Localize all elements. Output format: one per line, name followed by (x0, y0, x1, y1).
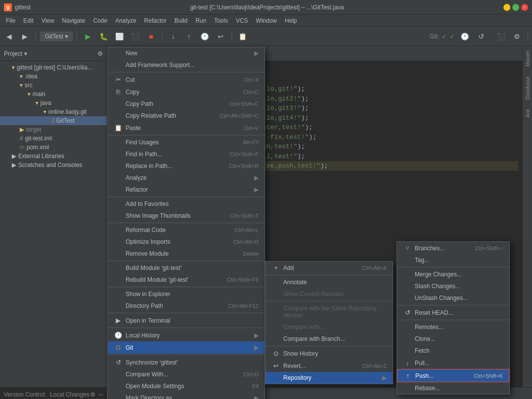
ctx-remove-module[interactable]: Remove Module Delete (108, 248, 265, 260)
ctx-paste[interactable]: 📋 Paste Ctrl+V (108, 122, 265, 134)
database-label[interactable]: Database (525, 76, 531, 100)
ctx-copy-path[interactable]: Copy Path Ctrl+Shift+C (108, 98, 265, 110)
ctx-refactor[interactable]: Refactor ▶ (108, 184, 265, 196)
toolbar-stop-btn[interactable]: ■ (144, 30, 158, 43)
ctx-repository[interactable]: Repository ▶ (266, 372, 393, 384)
ctx-optimize-imports[interactable]: Optimize Imports Ctrl+Alt+O (108, 236, 265, 248)
ctx-merge-changes[interactable]: Merge Changes... (397, 268, 509, 280)
toolbar-settings[interactable]: ⚙ (510, 30, 524, 43)
ctx-rebuild-module[interactable]: Rebuild Module 'git-test' Ctrl+Shift+F9 (108, 274, 265, 286)
ctx-mark-dir[interactable]: Mark Directory as ▶ (108, 392, 265, 399)
ctx-find-usages[interactable]: Find Usages Alt+F7 (108, 136, 265, 148)
ctx-push[interactable]: ↑ Push... Ctrl+Shift+K (397, 369, 509, 382)
menu-help[interactable]: Help (281, 16, 301, 25)
vc-settings-icon[interactable]: ⚙ (90, 391, 96, 398)
toolbar-git-push[interactable]: ↑ (182, 30, 196, 43)
tree-pom[interactable]: m pom.xml (0, 143, 107, 152)
ctx-annotate[interactable]: Annotate (266, 276, 393, 288)
tree-main[interactable]: ▾ main (0, 90, 107, 99)
ctx-compare-with[interactable]: Compare With... Ctrl+D (108, 368, 265, 380)
ctx-synchronize[interactable]: ↺ Synchronize 'gittest' (108, 356, 265, 368)
ctx-clone[interactable]: Clone... (397, 333, 509, 345)
toolbar-file-structure[interactable]: 📋 (236, 30, 250, 43)
ctx-git[interactable]: G Git ▶ (108, 341, 265, 354)
ctx-fetch[interactable]: Fetch (397, 345, 509, 357)
ctx-local-history[interactable]: 🕐 Local History ▶ (108, 329, 265, 341)
toolbar-git-rollback[interactable]: ↩ (214, 30, 228, 43)
tree-gittest[interactable]: J GitTest (0, 116, 107, 125)
ctx-add-favorites[interactable]: Add to Favorites (108, 198, 265, 210)
sidebar-gear-icon[interactable]: ⚙ (98, 50, 103, 57)
ctx-cut[interactable]: ✂ Cut Ctrl+X (108, 73, 265, 86)
maven-label[interactable]: Maven (525, 50, 531, 66)
toolbar-git-undo[interactable]: ↺ (474, 30, 488, 43)
ctx-pull[interactable]: ↓ Pull... (397, 357, 509, 369)
minimize-button[interactable]: ─ (503, 4, 510, 11)
ctx-build-module[interactable]: Build Module 'git-test' (108, 262, 265, 274)
menu-edit[interactable]: Edit (19, 16, 37, 25)
maximize-button[interactable]: □ (512, 4, 519, 11)
tree-scratches[interactable]: ▶ Scratches and Consoles (0, 161, 107, 169)
toolbar-debug-btn[interactable]: 🐛 (97, 30, 111, 43)
ctx-add-framework[interactable]: Add Framework Support... (108, 59, 265, 71)
ctx-copy-rel-path[interactable]: Copy Relative Path Ctrl+Alt+Shift+C (108, 110, 265, 122)
tree-package[interactable]: ▾ online.liaojy.git (0, 107, 107, 116)
menu-window[interactable]: Window (252, 16, 281, 25)
menu-view[interactable]: View (37, 16, 58, 25)
toolbar-coverage-btn[interactable]: ⬜ (113, 30, 127, 43)
ctx-module-settings[interactable]: Open Module Settings F4 (108, 380, 265, 392)
ctx-reset-head[interactable]: ↺ Reset HEAD... (397, 306, 509, 319)
ctx-branches[interactable]: ⑂ Branches... Ctrl+Shift+↑ (397, 242, 509, 254)
tree-target[interactable]: ▶ target (0, 125, 107, 134)
toolbar-profile-btn[interactable]: ⬛ (129, 30, 142, 43)
menu-navigate[interactable]: Navigate (58, 16, 89, 25)
tree-java[interactable]: ▾ java (0, 99, 107, 107)
ctx-unstash[interactable]: UnStash Changes... (397, 292, 509, 304)
git-branch-selector[interactable]: GitTest ▾ (40, 32, 73, 41)
toolbar-git-history[interactable]: 🕐 (198, 30, 212, 43)
ctx-show-explorer[interactable]: Show in Explorer (108, 288, 265, 300)
menu-code[interactable]: Code (89, 16, 111, 25)
menu-build[interactable]: Build (170, 16, 192, 25)
toolbar-run-btn[interactable]: ▶ (81, 30, 95, 43)
toolbar-forward-btn[interactable]: ▶ (18, 30, 32, 43)
ctx-tag[interactable]: Tag... (397, 254, 509, 266)
ctx-copy[interactable]: ⎘ Copy Ctrl+C (108, 86, 265, 98)
ctx-analyze[interactable]: Analyze ▶ (108, 172, 265, 184)
ctx-revert[interactable]: ↩ Revert... Ctrl+Alt+Z (266, 360, 393, 372)
tree-gitiml[interactable]: # git-test.iml (0, 134, 107, 143)
toolbar-git-clock[interactable]: 🕐 (458, 30, 471, 43)
ctx-show-history[interactable]: ⊙ Show History (266, 347, 393, 360)
vc-minimize-icon[interactable]: ─ (99, 391, 103, 398)
ctx-new[interactable]: New ▶ (108, 47, 265, 59)
tree-src[interactable]: ▾ src (0, 81, 107, 90)
ctx-compare-branch[interactable]: Compare with Branch... (266, 333, 393, 345)
tree-ext-lib[interactable]: ▶ External Libraries (0, 152, 107, 161)
toolbar-git-update[interactable]: ↓ (166, 30, 180, 43)
ctx-stash[interactable]: Stash Changes... (397, 280, 509, 292)
ctx-replace-path[interactable]: Replace in Path... Ctrl+Shift+R (108, 160, 265, 172)
ctx-remotes[interactable]: Remotes... (397, 321, 509, 333)
local-changes-tab[interactable]: Local Changes (50, 391, 89, 398)
toolbar-vcs-window[interactable]: ⬛ (494, 30, 508, 43)
ctx-rebase[interactable]: Rebase... (397, 382, 509, 394)
ctx-dir-path[interactable]: Directory Path Ctrl+Alt+F12 (108, 300, 265, 312)
menu-analyze[interactable]: Analyze (111, 16, 140, 25)
menu-tools[interactable]: Tools (210, 16, 232, 25)
ctx-find-path[interactable]: Find in Path... Ctrl+Shift+F (108, 148, 265, 160)
close-button[interactable]: ✕ (521, 4, 528, 11)
context-menu-main[interactable]: New ▶ Add Framework Support... ✂ Cut Ctr… (107, 47, 265, 399)
ant-label[interactable]: Ant (525, 109, 531, 118)
ctx-reformat[interactable]: Reformat Code Ctrl+Alt+L (108, 224, 265, 236)
tree-project-root[interactable]: ▾ gittest [git-test] C:\Users\lia... (0, 63, 107, 72)
toolbar-back-btn[interactable]: ◀ (2, 30, 16, 43)
context-menu-git-repository[interactable]: ⑂ Branches... Ctrl+Shift+↑ Tag... Merge … (397, 241, 510, 395)
ctx-open-terminal[interactable]: ▶ Open in Terminal (108, 314, 265, 327)
ctx-git-add[interactable]: + Add Ctrl+Alt+A (266, 262, 393, 274)
menu-file[interactable]: File (2, 16, 19, 25)
menu-vcs[interactable]: VCS (232, 16, 252, 25)
ctx-show-thumbnails[interactable]: Show Image Thumbnails Ctrl+Shift+T (108, 210, 265, 222)
tree-idea[interactable]: ▾ .idea (0, 72, 107, 81)
menu-refactor[interactable]: Refactor (140, 16, 170, 25)
context-menu-git-sub[interactable]: + Add Ctrl+Alt+A Annotate Show Current R… (265, 261, 393, 384)
